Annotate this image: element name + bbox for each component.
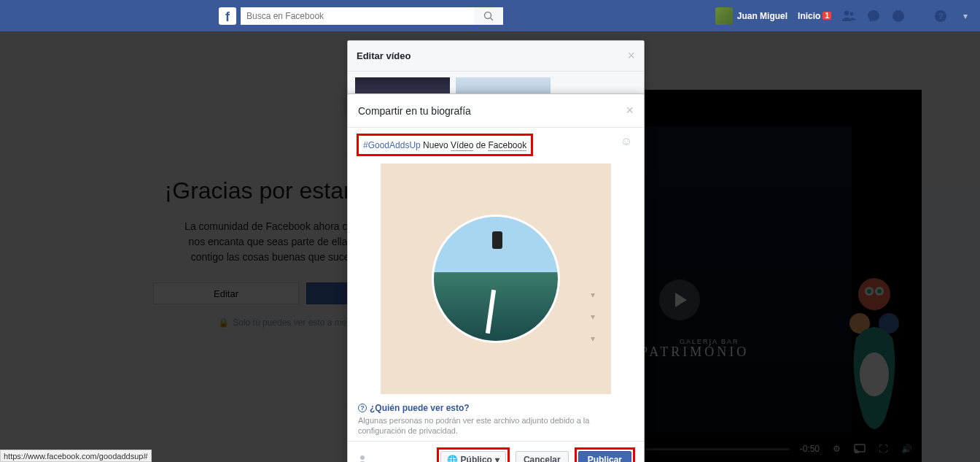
- help-icon[interactable]: ?: [933, 9, 948, 23]
- audience-label: Público: [461, 455, 492, 462]
- svg-point-10: [485, 12, 491, 18]
- info-icon: ?: [358, 404, 367, 412]
- close-icon[interactable]: ×: [626, 103, 634, 118]
- svg-text:?: ?: [938, 12, 944, 20]
- topbar-right: Juan Miguel Inicio 1 ? ▾: [715, 7, 973, 25]
- emoji-picker-icon[interactable]: ☺: [621, 135, 634, 148]
- caption-highlight: #GoodAddsUp Nuevo Vídeo de Facebook: [357, 134, 533, 156]
- bird-icon: ▾: [591, 288, 595, 304]
- svg-line-11: [491, 18, 494, 20]
- messages-icon[interactable]: [866, 9, 881, 23]
- home-link[interactable]: Inicio 1: [798, 11, 831, 21]
- share-modal-header: Compartir en tu biografía ×: [348, 94, 644, 128]
- caption-link-facebook: Facebook: [488, 140, 526, 151]
- share-modal: Compartir en tu biografía × #GoodAddsUp …: [347, 93, 645, 462]
- browser-status-bar: https://www.facebook.com/goodaddsup#: [0, 450, 152, 462]
- audience-highlight: 🌐 Público ▾: [437, 447, 510, 462]
- water-spray: [486, 290, 496, 334]
- friend-requests-icon[interactable]: [841, 9, 856, 23]
- edit-video-title: Editar vídeo: [357, 50, 411, 61]
- bird-icon: ▾: [591, 309, 595, 326]
- privacy-note-text: Algunas personas no podrán ver este arch…: [358, 415, 634, 436]
- caption-mid: Nuevo: [421, 140, 451, 150]
- bird-icon: ▾: [591, 331, 595, 347]
- chevron-down-icon: ▾: [495, 455, 499, 462]
- svg-point-13: [850, 12, 854, 15]
- user-name: Juan Miguel: [737, 11, 788, 21]
- facebook-logo[interactable]: f: [219, 7, 236, 25]
- avatar: [715, 7, 733, 25]
- preview-circle: [432, 215, 560, 343]
- svg-point-14: [892, 10, 904, 22]
- search-button[interactable]: [474, 7, 503, 25]
- share-modal-title: Compartir en tu biografía: [358, 105, 471, 117]
- flyboarder-figure: [492, 231, 502, 249]
- search-bar: [241, 7, 503, 25]
- cancel-button[interactable]: Cancelar: [516, 451, 569, 462]
- svg-point-17: [360, 455, 365, 460]
- privacy-info-row: ? ¿Quién puede ver esto? Algunas persona…: [348, 403, 644, 441]
- search-icon: [483, 11, 494, 21]
- caption-de: de: [473, 140, 488, 150]
- share-modal-footer: 🌐 Público ▾ Cancelar Publicar: [348, 441, 644, 462]
- dropdown-arrow-icon[interactable]: ▾: [958, 9, 973, 23]
- close-icon[interactable]: ×: [627, 48, 635, 63]
- caption-link-video: Vídeo: [451, 140, 473, 151]
- who-can-see-link[interactable]: ? ¿Quién puede ver esto?: [358, 403, 634, 413]
- status-url: https://www.facebook.com/goodaddsup#: [4, 452, 148, 461]
- tag-people-icon[interactable]: [357, 454, 368, 462]
- edit-video-header: Editar vídeo ×: [348, 41, 644, 72]
- video-preview[interactable]: ▾ ▾ ▾: [381, 163, 611, 394]
- top-navigation-bar: f Juan Miguel Inicio 1 ? ▾: [0, 0, 980, 31]
- home-label: Inicio: [798, 11, 820, 21]
- profile-link[interactable]: Juan Miguel: [715, 7, 788, 25]
- publish-highlight: Publicar: [575, 447, 635, 462]
- caption-input[interactable]: #GoodAddsUp Nuevo Vídeo de Facebook: [363, 140, 526, 151]
- publish-button[interactable]: Publicar: [578, 451, 631, 462]
- search-input[interactable]: [241, 7, 474, 25]
- caption-row: #GoodAddsUp Nuevo Vídeo de Facebook ☺: [348, 128, 644, 163]
- who-can-see-text: ¿Quién puede ver esto?: [370, 403, 470, 413]
- svg-point-12: [844, 10, 849, 15]
- home-badge: 1: [822, 12, 831, 20]
- caption-hashtag: #GoodAddsUp: [363, 140, 421, 150]
- globe-icon: 🌐: [447, 455, 458, 462]
- audience-selector[interactable]: 🌐 Público ▾: [440, 451, 506, 462]
- notifications-icon[interactable]: [891, 9, 906, 23]
